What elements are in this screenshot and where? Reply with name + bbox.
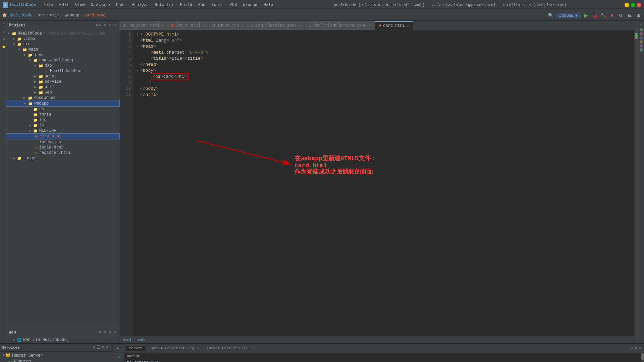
web-expand-icon[interactable]: ⊕ bbox=[98, 329, 102, 336]
breadcrumb-item-1[interactable]: src bbox=[38, 13, 45, 18]
tree-item-healthcode[interactable]: ▼ 📁 HealthCode D:\IDEA_WS_202007\HealthC… bbox=[6, 31, 120, 36]
tree-item-main[interactable]: ▼ 📁 main bbox=[6, 47, 120, 52]
tree-item-fonts[interactable]: 📁 fonts bbox=[6, 112, 120, 117]
tree-item-resources[interactable]: ▶ 📁 resources bbox=[6, 95, 120, 101]
tree-item-js[interactable]: ▶ 📁 js bbox=[6, 123, 120, 128]
tree-item-web-in-healthcode[interactable]: ▶ 🌐 Web (in HealthCode) bbox=[6, 337, 120, 343]
services-filter-icon[interactable]: ⊟ bbox=[102, 345, 104, 350]
tab-card-html[interactable]: H card.html ✕ bbox=[375, 21, 413, 30]
tab-healthcodeservice[interactable]: ☕ HealthCodeService.java ✕ bbox=[305, 21, 375, 30]
tab-close-tomcat-localhost[interactable]: ✕ bbox=[197, 347, 199, 350]
web-settings-icon[interactable]: ⚙ bbox=[108, 329, 112, 336]
services-add-icon[interactable]: ⊕ bbox=[93, 345, 95, 350]
service-item-running[interactable]: ▼ ▶ Running bbox=[1, 359, 112, 362]
panel-icon-settings[interactable]: ⚙ bbox=[108, 22, 112, 28]
tree-item-webapp[interactable]: ▼ 📁 webapp bbox=[6, 101, 120, 107]
layout-button[interactable]: ⊟ bbox=[626, 12, 633, 19]
breadcrumb-body[interactable]: body bbox=[137, 338, 145, 342]
breadcrumb-html[interactable]: html bbox=[123, 338, 131, 342]
tab-close-tomcat-catalina[interactable]: ✕ bbox=[252, 347, 254, 350]
tree-item-target[interactable]: ▶ 📁 target bbox=[6, 156, 120, 161]
ossutils-button[interactable]: OSSUtils ▼ bbox=[556, 13, 581, 18]
service-item-tomcat[interactable]: ▼ 🐱 Tomcat Server bbox=[1, 352, 112, 359]
output-scrollbar[interactable] bbox=[641, 353, 644, 362]
tree-item-css[interactable]: 📁 css bbox=[6, 107, 120, 112]
output-close-icon[interactable]: ✕ bbox=[639, 346, 641, 351]
side-icon-bookmarks[interactable]: B bbox=[1, 37, 5, 42]
maximize-button[interactable]: □ bbox=[631, 3, 635, 7]
tree-item-idea[interactable]: ▶ 📁 .idea bbox=[6, 36, 120, 42]
tab-close-index-jsp[interactable]: ✕ bbox=[241, 23, 243, 27]
tab-close-healthcodeservice[interactable]: ✕ bbox=[369, 23, 371, 27]
output-settings-icon[interactable]: ⚙ bbox=[635, 346, 637, 351]
tab-close-register[interactable]: ✕ bbox=[162, 23, 164, 27]
server-run-icon[interactable]: ▶ bbox=[117, 346, 119, 351]
menu-run[interactable]: Run bbox=[196, 2, 208, 8]
tree-item-utils[interactable]: ▶ 📁 utils bbox=[6, 84, 120, 90]
panel-icon-close[interactable]: ✕ bbox=[113, 22, 117, 28]
menu-vcs[interactable]: VCS bbox=[227, 2, 240, 8]
menu-file[interactable]: File bbox=[41, 2, 56, 8]
web-collapse-icon[interactable]: ⊖ bbox=[103, 329, 107, 336]
fold-icon[interactable]: ▾ bbox=[136, 32, 140, 38]
menu-tools[interactable]: Tools bbox=[209, 2, 226, 8]
tree-item-web[interactable]: ▶ 📁 web bbox=[6, 90, 120, 95]
code-content[interactable]: ▾<!DOCTYPE html> <html lang="en"> ▾<head… bbox=[133, 30, 634, 336]
tree-item-dao[interactable]: ▼ 📁 dao bbox=[6, 63, 120, 68]
layout2-button[interactable]: ⊞ bbox=[635, 12, 642, 19]
services-close-icon[interactable]: ✕ bbox=[109, 345, 112, 350]
tab-close-login[interactable]: ✕ bbox=[203, 23, 205, 27]
tree-item-pojos[interactable]: ▶ 📁 pojos bbox=[6, 74, 120, 79]
breadcrumb-item-4[interactable]: card.html bbox=[84, 13, 106, 18]
minimize-button[interactable]: ─ bbox=[625, 3, 629, 7]
services-list-icon[interactable]: ☰ bbox=[97, 345, 100, 350]
tab-login-html[interactable]: H login.html ✕ bbox=[168, 21, 209, 30]
tree-item-java[interactable]: ▼ 📁 java bbox=[6, 52, 120, 58]
build-button[interactable]: 🔨 bbox=[600, 12, 607, 19]
breadcrumb-item-0[interactable]: HealthCode bbox=[8, 13, 33, 18]
tree-item-webinf[interactable]: ▶ 📁 WEB-INF bbox=[6, 128, 120, 133]
panel-icon-collapse[interactable]: ⊖ bbox=[103, 22, 107, 28]
fold-icon[interactable]: ▾ bbox=[136, 44, 140, 50]
side-icon-favorites[interactable]: ⭐ bbox=[1, 44, 5, 49]
menu-build[interactable]: Build bbox=[177, 2, 195, 8]
breadcrumb-item-2[interactable]: main bbox=[50, 13, 60, 18]
server-arrow-icon[interactable]: → bbox=[121, 346, 123, 351]
menu-navigate[interactable]: Navigate bbox=[88, 2, 113, 8]
menu-refactor[interactable]: Refactor bbox=[152, 2, 177, 8]
scrollbar-thumb[interactable] bbox=[641, 353, 644, 360]
menu-code[interactable]: Code bbox=[113, 2, 128, 8]
web-close-icon[interactable]: ✕ bbox=[113, 329, 117, 336]
menu-view[interactable]: View bbox=[72, 2, 88, 8]
debug-button[interactable]: 🐞 bbox=[591, 12, 598, 19]
tab-close-loginservlet[interactable]: ✕ bbox=[299, 23, 301, 27]
tree-item-com-wanglianng[interactable]: ▼ 📁 com.wanglianng bbox=[6, 58, 120, 63]
side-icon-structure[interactable]: S bbox=[1, 29, 5, 34]
tab-register-html[interactable]: H register.html ✕ bbox=[120, 21, 168, 30]
tab-tomcat-catalina-log[interactable]: Tomcat Catalina Log ✕ bbox=[203, 346, 257, 351]
tree-item-src[interactable]: ▼ 📁 src bbox=[6, 42, 120, 47]
menu-edit[interactable]: Edit bbox=[57, 2, 72, 8]
tab-close-card[interactable]: ✕ bbox=[407, 24, 409, 28]
settings-button[interactable]: ⚙ bbox=[617, 12, 625, 19]
search-button[interactable]: 🔍 bbox=[547, 12, 554, 19]
tree-item-login-html[interactable]: H login.html bbox=[6, 145, 120, 150]
menu-help[interactable]: Help bbox=[261, 2, 276, 8]
tree-item-img[interactable]: 📁 img bbox=[6, 117, 120, 123]
services-settings-icon[interactable]: ⚙ bbox=[106, 345, 108, 350]
panel-icon-expand[interactable]: ⊕ bbox=[98, 22, 102, 28]
close-button[interactable]: ✕ bbox=[637, 3, 641, 7]
tab-tomcat-localhost-log[interactable]: Tomcat Localhost Log ✕ bbox=[146, 346, 203, 351]
tab-server[interactable]: Server bbox=[125, 346, 146, 351]
tree-item-healthcodedao[interactable]: ☕ HealthCodeDao bbox=[6, 68, 120, 74]
tree-item-index-jsp[interactable]: J index.jsp bbox=[6, 139, 120, 145]
tab-index-jsp[interactable]: J index.jsp ✕ bbox=[209, 21, 247, 30]
menu-window[interactable]: Window bbox=[240, 2, 260, 8]
tree-item-register-html[interactable]: H register.html bbox=[6, 150, 120, 156]
run-button[interactable]: ▶ bbox=[582, 12, 590, 19]
tab-loginservlet[interactable]: ☕ LoginServlet.java ✕ bbox=[247, 21, 305, 30]
tree-item-service[interactable]: ▶ 📁 service bbox=[6, 79, 120, 84]
side-icon-project[interactable]: P bbox=[1, 22, 5, 27]
tree-item-card-html[interactable]: H card.html bbox=[6, 133, 120, 139]
breadcrumb-item-3[interactable]: webapp bbox=[65, 13, 79, 18]
